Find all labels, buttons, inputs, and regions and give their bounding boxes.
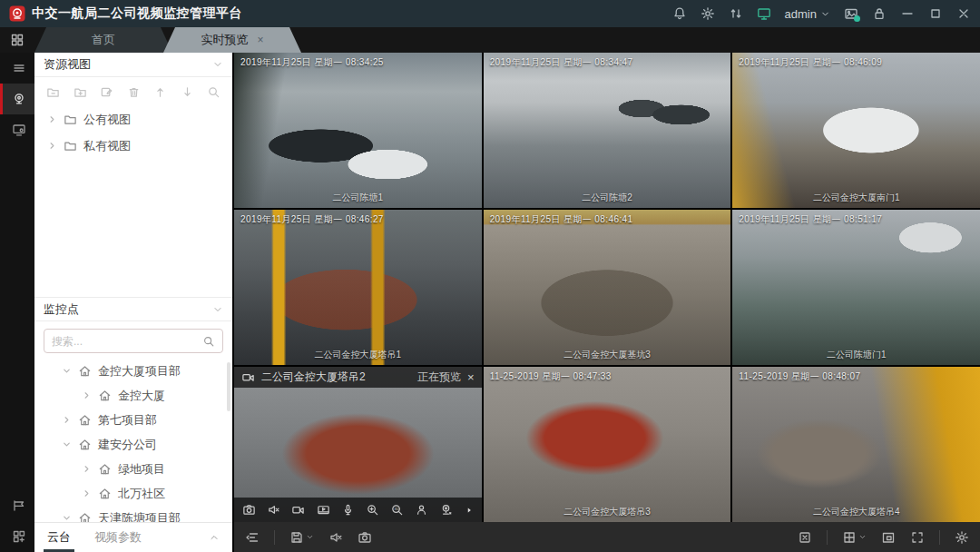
chevron-down-icon[interactable] xyxy=(62,439,72,449)
video-tile-1[interactable]: 2019年11月25日 星期一 08:34:25 二公司陈塘1 xyxy=(234,53,482,208)
online-status-dot xyxy=(854,15,860,22)
chevron-down-icon[interactable] xyxy=(62,366,72,376)
microphone-icon[interactable] xyxy=(341,503,355,517)
settings-gear-icon[interactable] xyxy=(955,530,969,545)
toolbar-right-group xyxy=(798,530,969,545)
grid-layout-button[interactable] xyxy=(842,530,867,545)
edit-view-icon[interactable] xyxy=(100,85,113,99)
video-tile-4[interactable]: 2019年11月25日 星期一 08:46:27 二公司金控大厦塔吊1 xyxy=(234,210,482,365)
tree-item-public-views[interactable]: 公有视图 xyxy=(34,106,232,133)
tree-item-site[interactable]: 北万社区 xyxy=(34,481,232,506)
move-up-icon[interactable] xyxy=(153,85,167,99)
snapshot-icon[interactable] xyxy=(242,503,256,517)
tab-video-params[interactable]: 视频参数 xyxy=(94,523,142,552)
resource-view-section: 资源视图 公有视图 xyxy=(34,53,232,297)
video-tile-3[interactable]: 2019年11月25日 星期一 08:46:09 二公司金控大厦南门1 xyxy=(732,53,980,208)
tab-live-preview[interactable]: 实时预览 × xyxy=(163,27,301,53)
chevron-right-icon[interactable] xyxy=(62,415,72,425)
video-tile-6[interactable]: 2019年11月25日 星期一 08:51:17 二公司陈塘门1 xyxy=(732,210,980,365)
tab-ptz[interactable]: 云台 xyxy=(47,523,71,552)
video-tile-5[interactable]: 2019年11月25日 星期一 08:46:41 二公司金控大厦基坑3 xyxy=(484,210,731,365)
tab-home-label: 首页 xyxy=(92,32,115,48)
rail-menu-icon[interactable] xyxy=(0,53,34,84)
resource-view-header[interactable]: 资源视图 xyxy=(34,53,232,77)
screenshot-icon[interactable] xyxy=(844,6,858,21)
lock-icon[interactable] xyxy=(872,6,887,21)
chevron-down-icon xyxy=(858,533,867,541)
tree-item-site[interactable]: 第七项目部 xyxy=(34,408,232,432)
home-icon xyxy=(78,511,92,522)
resource-view-title: 资源视图 xyxy=(44,56,91,73)
close-button[interactable] xyxy=(956,6,971,21)
sort-arrows-icon[interactable] xyxy=(729,6,743,21)
chevron-right-icon[interactable] xyxy=(82,488,92,498)
settings-gear-icon[interactable] xyxy=(701,6,715,21)
zoom-3d-icon[interactable] xyxy=(390,503,404,517)
home-icon xyxy=(78,413,92,427)
move-down-icon[interactable] xyxy=(181,85,194,99)
rail-wall-layout-icon[interactable] xyxy=(0,521,34,552)
divider xyxy=(939,530,940,545)
username: admin xyxy=(785,7,817,21)
close-all-icon[interactable] xyxy=(798,530,812,545)
tree-item-site[interactable]: 天津陈塘项目部 xyxy=(34,506,232,522)
tree-scrollbar[interactable] xyxy=(227,362,230,411)
minimize-button[interactable] xyxy=(900,6,915,21)
add-view-folder-icon[interactable] xyxy=(74,85,87,99)
home-icon xyxy=(98,462,112,476)
more-tools-icon[interactable] xyxy=(465,506,474,515)
maximize-button[interactable] xyxy=(928,6,943,21)
search-icon[interactable] xyxy=(202,335,215,348)
tree-item-site[interactable]: 建安分公司 xyxy=(34,432,232,457)
chevron-up-icon[interactable] xyxy=(209,532,220,543)
close-preview-icon[interactable]: × xyxy=(467,370,475,384)
rail-broadcast-icon[interactable] xyxy=(0,490,34,521)
tab-home[interactable]: 首页 xyxy=(34,27,172,53)
mute-icon[interactable] xyxy=(267,503,280,517)
collapse-chevron-icon[interactable] xyxy=(212,304,223,315)
search-input[interactable] xyxy=(52,335,202,348)
tile-timestamp: 2019年11月25日 星期一 08:34:47 xyxy=(490,56,633,69)
tree-item-label: 天津陈塘项目部 xyxy=(98,510,181,523)
tree-item-private-views[interactable]: 私有视图 xyxy=(34,133,232,159)
delete-view-folder-icon[interactable] xyxy=(46,85,60,99)
fullscreen-icon[interactable] xyxy=(910,530,925,545)
single-window-icon[interactable] xyxy=(881,530,896,545)
bottom-toolbar xyxy=(234,522,980,552)
apps-grid-icon[interactable] xyxy=(0,27,34,53)
chevron-right-icon[interactable] xyxy=(82,464,92,474)
search-icon[interactable] xyxy=(207,85,220,99)
locate-icon[interactable] xyxy=(415,503,428,517)
ptz-control-icon[interactable] xyxy=(439,503,453,517)
notifications-bell-icon[interactable] xyxy=(672,6,687,21)
online-monitor-icon[interactable] xyxy=(757,6,771,21)
chevron-right-icon[interactable] xyxy=(47,141,57,151)
playback-icon[interactable] xyxy=(317,503,330,517)
video-tile-7-selected[interactable]: 二公司金控大厦塔吊2 正在预览 × xyxy=(234,367,482,522)
close-tab-icon[interactable]: × xyxy=(257,34,263,46)
rail-spacer xyxy=(0,145,34,490)
tile-timestamp: 2019年11月25日 星期一 08:34:25 xyxy=(240,56,384,69)
collapse-panel-icon[interactable] xyxy=(245,530,260,545)
collapse-chevron-icon[interactable] xyxy=(212,59,223,70)
trash-icon[interactable] xyxy=(127,85,141,99)
rail-live-camera-icon[interactable] xyxy=(0,84,34,114)
video-tile-9[interactable]: 11-25-2019 星期一 08:48:07 二公司金控大厦塔吊4 xyxy=(732,367,980,522)
monitor-points-header[interactable]: 监控点 xyxy=(34,297,232,321)
rail-playback-icon[interactable] xyxy=(0,114,34,145)
record-icon[interactable] xyxy=(291,503,305,517)
mute-all-icon[interactable] xyxy=(328,530,343,545)
tree-item-site[interactable]: 金控大厦项目部 xyxy=(34,359,232,383)
video-tile-8[interactable]: 11-25-2019 星期一 08:47:33 二公司金控大厦塔吊3 xyxy=(484,367,731,522)
snapshot-all-icon[interactable] xyxy=(358,530,372,545)
tree-item-site[interactable]: 金控大厦 xyxy=(34,383,232,408)
tile-camera-title: 二公司金控大厦塔吊2 xyxy=(261,370,366,385)
chevron-right-icon[interactable] xyxy=(82,390,92,400)
chevron-down-icon[interactable] xyxy=(62,513,72,522)
video-tile-2[interactable]: 2019年11月25日 星期一 08:34:47 二公司陈塘2 xyxy=(484,53,731,208)
tree-item-site[interactable]: 绿地项目 xyxy=(34,457,232,481)
chevron-right-icon[interactable] xyxy=(47,114,57,124)
user-menu[interactable]: admin xyxy=(785,7,830,21)
zoom-in-icon[interactable] xyxy=(366,503,379,517)
save-view-button[interactable] xyxy=(289,530,314,545)
